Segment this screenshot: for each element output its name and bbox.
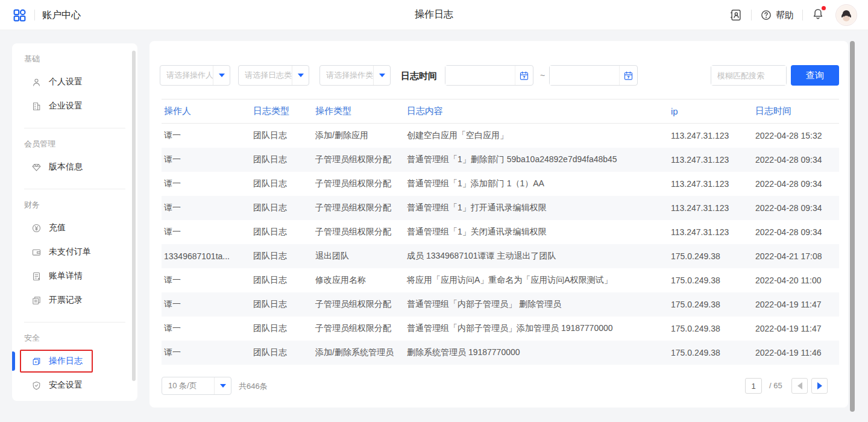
table-cell: 175.0.249.38 (668, 292, 753, 316)
recharge-icon (31, 223, 42, 233)
date-from-input[interactable] (445, 66, 515, 85)
sidebar-item-shield[interactable]: 安全设置 (12, 373, 137, 397)
table-cell: 普通管理组「内部子管理员」添加管理员 19187770000 (404, 316, 668, 341)
arrow-left-icon (797, 382, 802, 389)
table-row: 谭一团队日志子管理员组权限分配普通管理组「1」删除部门 59ba10a24892… (162, 148, 839, 172)
current-page-input[interactable]: 1 (745, 378, 762, 394)
table-cell: 2022-04-20 11:00 (753, 268, 839, 292)
table-cell: 退出团队 (313, 244, 404, 268)
sidebar-divider (24, 322, 125, 323)
contact-book-icon[interactable] (729, 8, 743, 22)
sidebar-item-building[interactable]: 企业设置 (12, 94, 137, 118)
table-row: 谭一团队日志子管理员组权限分配普通管理组「1」添加部门 1（1）AA113.24… (162, 172, 839, 196)
table-cell: 删除系统管理员 19187770000 (404, 341, 668, 365)
screen: 账户中心 操作日志 帮助 (0, 0, 868, 422)
log-type-select[interactable]: 请选择日志类型 (238, 65, 309, 86)
app-title: 账户中心 (42, 9, 81, 22)
sidebar-item-label: 安全设置 (49, 380, 83, 391)
table-cell: 113.247.31.123 (668, 196, 753, 220)
sidebar-item-label: 开票记录 (49, 295, 83, 306)
table-cell: 子管理员组权限分配 (313, 148, 404, 172)
column-header: 日志时间 (753, 99, 839, 124)
table-cell: 2022-04-28 09:34 (753, 196, 839, 220)
query-button[interactable]: 查询 (791, 65, 839, 86)
table-cell: 113.247.31.123 (668, 124, 753, 148)
table-cell: 2022-04-19 11:47 (753, 316, 839, 341)
action-type-select[interactable]: 请选择操作类型 (319, 65, 391, 86)
table-cell: 谭一 (162, 148, 251, 172)
notification-badge (822, 6, 826, 10)
sidebar-item-recharge[interactable]: 充值 (12, 216, 137, 240)
table-cell: 团队日志 (251, 172, 313, 196)
table-cell: 普通管理组「1」关闭通讯录编辑权限 (404, 220, 668, 244)
sidebar-item-label: 未支付订单 (49, 247, 91, 257)
arrow-right-icon (817, 382, 822, 389)
table-cell: 创建空白应用「空白应用」 (404, 124, 668, 148)
page-size-value: 10 条/页 (162, 380, 214, 391)
table-row: 谭一团队日志子管理员组权限分配普通管理组「1」关闭通讯录编辑权限113.247.… (162, 220, 839, 244)
table-cell: 175.0.249.38 (668, 341, 753, 365)
column-header: 操作人 (162, 99, 251, 124)
search-input[interactable] (711, 66, 786, 85)
sidebar-item-gem[interactable]: 版本信息 (12, 155, 137, 179)
sidebar-item-log[interactable]: 操作日志 (12, 349, 137, 373)
table-cell: 175.0.249.38 (668, 316, 753, 341)
avatar[interactable] (835, 4, 857, 26)
sidebar-item-user[interactable]: 个人设置 (12, 70, 137, 94)
operator-select[interactable]: 请选择操作人 (160, 65, 230, 86)
table-cell: 子管理员组权限分配 (313, 220, 404, 244)
table-cell: 修改应用名称 (313, 268, 404, 292)
log-time-label: 日志时间 (401, 71, 437, 82)
log-icon (31, 356, 42, 367)
sidebar-item-invoice[interactable]: 开票记录 (12, 288, 137, 312)
apps-grid-icon[interactable] (12, 8, 27, 23)
building-icon (31, 101, 42, 112)
header-left: 账户中心 (12, 0, 81, 30)
table-cell: 添加/删除系统管理员 (313, 341, 404, 365)
sidebar-section-title: 安全 (24, 332, 137, 344)
top-header: 账户中心 操作日志 帮助 (0, 0, 868, 30)
next-page-button[interactable] (811, 378, 828, 394)
table-cell: 将应用「应用访问A」重命名为「应用访问A权限测试」 (404, 268, 668, 292)
date-range-separator: ~ (540, 71, 545, 80)
table-body: 谭一团队日志添加/删除应用创建空白应用「空白应用」113.247.31.1232… (162, 124, 839, 365)
table-cell: 团队日志 (251, 341, 313, 365)
page-size-select[interactable]: 10 条/页 (162, 377, 231, 395)
table-cell: 团队日志 (251, 316, 313, 341)
chevron-down-icon (373, 66, 390, 85)
date-to-input[interactable] (550, 66, 619, 85)
table-cell: 子管理员组权限分配 (313, 196, 404, 220)
table-cell: 子管理员组权限分配 (313, 316, 404, 341)
sidebar-item-order[interactable]: 未支付订单 (12, 240, 137, 264)
table-cell: 113.247.31.123 (668, 220, 753, 244)
table-cell: 175.0.249.38 (668, 244, 753, 268)
help-link[interactable]: 帮助 (760, 9, 794, 21)
shield-icon (31, 380, 42, 391)
table-cell: 添加/删除应用 (313, 124, 404, 148)
sidebar-item-partially-visible[interactable] (12, 397, 137, 401)
table-cell: 谭一 (162, 196, 251, 220)
bill-icon (31, 271, 42, 282)
table-cell: 2022-04-28 09:34 (753, 172, 839, 196)
calendar-icon[interactable] (619, 66, 637, 85)
sidebar-scrollbar[interactable] (132, 51, 136, 381)
table-cell: 175.0.249.38 (668, 268, 753, 292)
page-scrollbar[interactable] (850, 41, 855, 412)
prev-page-button[interactable] (791, 378, 808, 394)
table-cell: 团队日志 (251, 196, 313, 220)
notification-bell-icon[interactable] (811, 7, 825, 23)
sidebar-item-label: 账单详情 (49, 271, 83, 282)
sidebar-divider (24, 189, 125, 189)
order-icon (31, 247, 42, 257)
avatar-image (836, 5, 857, 25)
table-cell: 团队日志 (251, 148, 313, 172)
sidebar-item-bill[interactable]: 账单详情 (12, 264, 137, 288)
invoice-icon (31, 295, 42, 306)
calendar-icon[interactable] (515, 66, 533, 85)
table-cell: 113.247.31.123 (668, 148, 753, 172)
table-cell: 谭一 (162, 341, 251, 365)
log-type-select-placeholder: 请选择日志类型 (239, 70, 292, 81)
table-cell: 子管理员组权限分配 (313, 292, 404, 316)
table-cell: 谭一 (162, 268, 251, 292)
log-table: 操作人日志类型操作类型日志内容ip日志时间 谭一团队日志添加/删除应用创建空白应… (162, 99, 839, 365)
